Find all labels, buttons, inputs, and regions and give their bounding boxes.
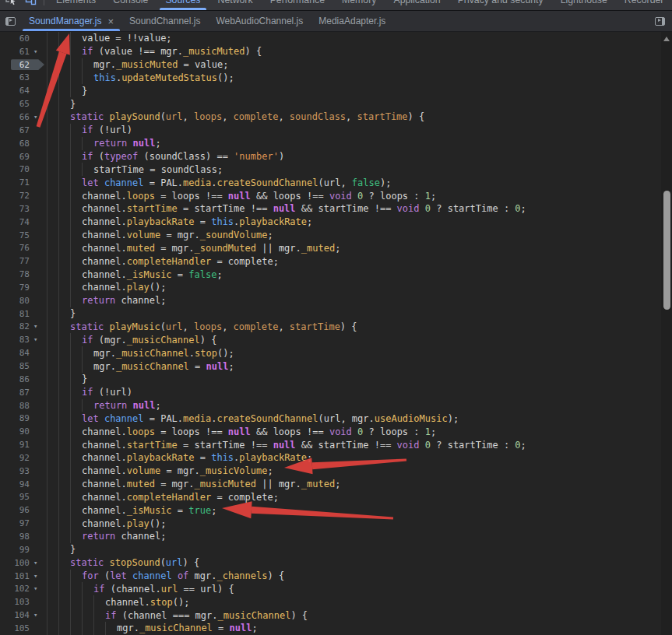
scrollbar-up-arrow-icon[interactable] [663,37,670,41]
code-text[interactable]: } [47,543,672,556]
line-number[interactable]: 86 [0,374,32,384]
devtools-tab-privacy-and-security[interactable]: Privacy and security [449,0,552,10]
code-line[interactable]: 99} [0,543,672,556]
code-line[interactable]: 60value = !!value; [0,32,672,45]
line-number[interactable]: 98 [0,532,32,542]
line-number[interactable]: 66 [0,112,32,122]
code-line[interactable]: 63this.updateMutedStatus(); [0,72,672,85]
code-line[interactable]: 105mgr._musicChannel = null; [0,622,672,635]
code-line[interactable]: 102▾if (channel.url == url) { [0,582,672,595]
line-number[interactable]: 105 [0,623,32,633]
line-number[interactable]: 60 [0,33,32,44]
code-line[interactable]: 88return null; [0,399,672,412]
code-text[interactable]: if (mgr._musicChannel) { [47,333,672,346]
code-line[interactable]: 67if (!url) [0,124,672,137]
code-text[interactable]: channel.completeHandler = complete; [47,491,672,504]
code-line[interactable]: 89let channel = PAL.media.createSoundCha… [0,412,672,425]
fold-toggle-icon[interactable]: ▾ [32,323,47,330]
code-text[interactable]: this.updateMutedStatus(); [47,72,672,85]
show-navigator-icon[interactable] [0,11,21,31]
code-text[interactable]: for (let channel of mgr._channels) { [47,570,672,583]
line-number[interactable]: 84 [0,348,32,358]
code-text[interactable]: let channel = PAL.media.createSoundChann… [47,176,672,189]
code-line[interactable]: 66▾static playSound(url, loops, complete… [0,111,672,124]
devtools-tab-lighthouse[interactable]: Lighthouse [552,0,616,10]
code-line[interactable]: 86} [0,373,672,386]
code-text[interactable]: return null; [47,399,672,412]
code-line[interactable]: 97channel.play(); [0,517,672,530]
line-number[interactable]: 63 [0,72,32,82]
code-line[interactable]: 93channel.volume = mgr._musicVolume; [0,465,672,478]
devtools-tab-application[interactable]: Application [385,0,449,10]
code-text[interactable]: } [47,84,672,97]
line-number[interactable]: 85 [0,361,32,371]
code-line[interactable]: 95channel.completeHandler = complete; [0,491,672,504]
code-line[interactable]: 82▾static playMusic(url, loops, complete… [0,321,672,334]
code-text[interactable]: channel.startTime = startTime !== null &… [47,438,672,451]
fold-toggle-icon[interactable]: ▾ [32,48,47,55]
code-line[interactable]: 103channel.stop(); [0,595,672,609]
show-debugger-sidebar-icon[interactable] [649,11,670,31]
devtools-tab-performance[interactable]: Performance [262,0,333,10]
code-line[interactable]: 83▾if (mgr._musicChannel) { [0,333,672,346]
devtools-tab-console[interactable]: Console [104,0,157,10]
code-text[interactable]: channel.volume = mgr._soundVolume; [47,229,672,242]
line-number[interactable]: 83 [0,335,32,345]
devtools-tab-recorder[interactable]: Recorder [616,0,672,10]
code-line[interactable]: 96channel._isMusic = true; [0,503,672,517]
line-number[interactable]: 75 [0,230,32,240]
scrollbar-thumb[interactable] [663,191,670,310]
line-number[interactable]: 93 [0,466,32,476]
code-line[interactable]: 77channel.completeHandler = complete; [0,254,672,268]
code-line[interactable]: 64} [0,84,672,97]
code-line[interactable]: 75channel.volume = mgr._soundVolume; [0,229,672,242]
line-number[interactable]: 88 [0,401,32,411]
devtools-tab-network[interactable]: Network [209,0,262,10]
code-text[interactable]: mgr._musicChannel = null; [47,360,672,373]
code-text[interactable]: } [47,97,672,111]
line-number[interactable]: 76 [0,243,32,253]
code-line[interactable]: 92channel.playbackRate = this.playbackRa… [0,451,672,465]
code-line[interactable]: 61▾if (value !== mgr._musicMuted) { [0,45,672,58]
code-text[interactable]: mgr._musicChannel.stop(); [47,346,672,360]
line-number[interactable]: 87 [0,388,32,398]
code-text[interactable]: startTime = soundClass; [47,163,672,176]
code-line[interactable]: 81} [0,307,672,321]
line-number[interactable]: 90 [0,426,32,437]
line-number[interactable]: 79 [0,282,32,293]
code-line[interactable]: 104▾if (channel === mgr._musicChannel) { [0,609,672,622]
line-number[interactable]: 72 [0,191,32,201]
code-line[interactable]: 74channel.playbackRate = this.playbackRa… [0,216,672,229]
code-text[interactable]: if (value !== mgr._musicMuted) { [47,45,672,58]
devtools-tab-memory[interactable]: Memory [333,0,385,10]
code-text[interactable]: return channel; [47,530,672,543]
line-number[interactable]: 64 [0,86,32,96]
fold-toggle-icon[interactable]: ▾ [32,573,47,580]
code-line[interactable]: 90channel.loops = loops !== null && loop… [0,425,672,438]
line-number[interactable]: 104 [0,610,32,620]
code-text[interactable]: if (channel === mgr._musicChannel) { [47,609,672,622]
file-tab-soundmanager-js[interactable]: SoundManager.js× [21,11,121,31]
line-number[interactable]: 65 [0,99,32,109]
code-line[interactable]: 80return channel; [0,294,672,307]
line-number[interactable]: 61 [0,47,32,57]
code-line[interactable]: 79channel.play(); [0,281,672,294]
code-line[interactable]: 100▾static stopSound(url) { [0,556,672,570]
code-line[interactable]: 84mgr._musicChannel.stop(); [0,346,672,360]
code-text[interactable]: static playMusic(url, loops, complete, s… [47,321,672,334]
line-number[interactable]: 103 [0,597,32,607]
code-line[interactable]: 68return null; [0,137,672,150]
fold-toggle-icon[interactable]: ▾ [32,336,47,343]
fold-toggle-icon[interactable]: ▾ [32,560,47,567]
code-line[interactable]: 70startTime = soundClass; [0,163,672,176]
line-number[interactable]: 80 [0,296,32,306]
device-toolbar-icon[interactable] [20,0,40,10]
code-text[interactable]: channel.startTime = startTime !== null &… [47,202,672,216]
code-line[interactable]: 73channel.startTime = startTime !== null… [0,202,672,216]
code-text[interactable]: mgr._musicChannel = null; [47,622,672,635]
inspect-element-icon[interactable] [0,0,20,10]
code-text[interactable]: channel.completeHandler = complete; [47,254,672,268]
code-text[interactable]: mgr._musicMuted = value; [47,58,672,72]
code-text[interactable]: channel.muted = mgr._musicMuted || mgr._… [47,478,672,491]
code-line[interactable]: 87if (!url) [0,386,672,399]
